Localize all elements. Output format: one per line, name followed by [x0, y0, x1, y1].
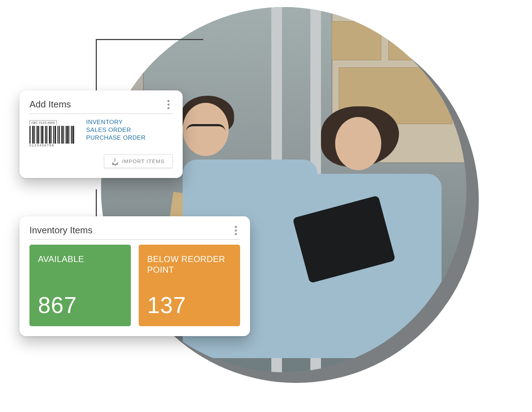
add-items-card: Add Items ABC 0123-4569 0123456789 INVEN… [20, 90, 183, 178]
barcode-bottom-label: 0123456789 [29, 144, 79, 147]
add-items-title: Add Items [29, 99, 71, 110]
link-inventory[interactable]: INVENTORY [86, 119, 146, 126]
connector-line [96, 39, 97, 92]
inventory-items-card: Inventory Items AVAILABLE 867 BELOW REOR… [20, 216, 250, 336]
link-sales-order[interactable]: SALES ORDER [86, 127, 146, 134]
import-items-button[interactable]: IMPORT ITEMS [104, 154, 173, 168]
kebab-menu-icon[interactable] [232, 226, 240, 235]
inventory-items-title: Inventory Items [29, 225, 93, 236]
tile-label: AVAILABLE [38, 254, 122, 265]
tile-label: BELOW REORDER POINT [147, 254, 232, 275]
import-items-label: IMPORT ITEMS [122, 158, 165, 164]
download-icon [112, 158, 118, 164]
tile-value: 867 [38, 292, 122, 318]
tile-below-reorder[interactable]: BELOW REORDER POINT 137 [139, 245, 240, 326]
tile-value: 137 [147, 292, 232, 318]
barcode-icon: ABC 0123-4569 0123456789 [29, 119, 79, 147]
add-items-links: INVENTORY SALES ORDER PURCHASE ORDER [86, 119, 146, 141]
link-purchase-order[interactable]: PURCHASE ORDER [86, 134, 146, 141]
tile-available[interactable]: AVAILABLE 867 [29, 245, 131, 326]
barcode-top-label: ABC 0123-4569 [29, 120, 57, 125]
connector-line [96, 189, 97, 218]
kebab-menu-icon[interactable] [164, 100, 173, 109]
